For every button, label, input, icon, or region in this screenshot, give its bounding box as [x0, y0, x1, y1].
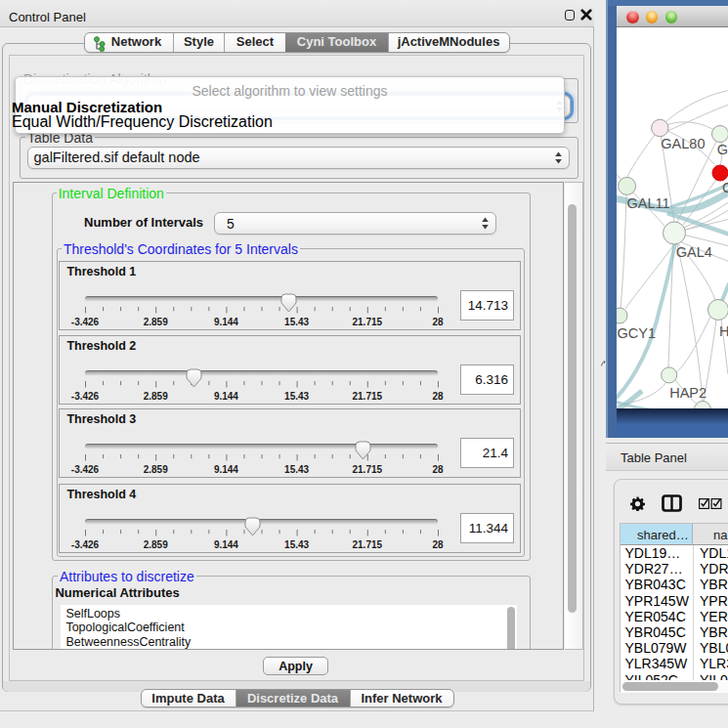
svg-text:H: H	[719, 323, 728, 339]
svg-text:GAL80: GAL80	[661, 136, 705, 151]
svg-text:C: C	[722, 180, 728, 195]
svg-text:GAL4: GAL4	[676, 244, 712, 260]
svg-text:GCY1: GCY1	[618, 325, 657, 341]
svg-text:GAL11: GAL11	[627, 195, 670, 211]
svg-text:GA: GA	[717, 142, 728, 157]
svg-text:HAP2: HAP2	[669, 385, 707, 401]
